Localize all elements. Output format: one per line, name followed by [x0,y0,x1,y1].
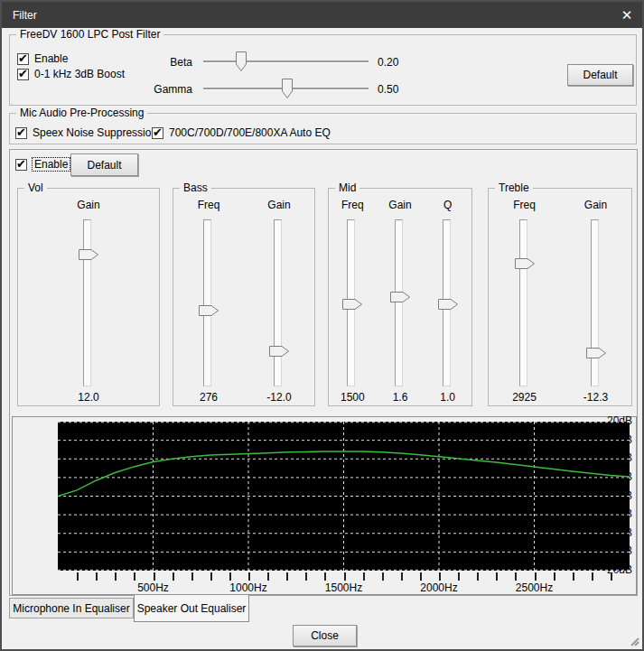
x-minor-tick [458,572,460,581]
checkbox-box[interactable] [152,127,163,139]
slider-thumb[interactable] [199,305,219,316]
mid-gain-slider[interactable] [390,219,410,386]
tab-microphone-in-equaliser[interactable]: Microphone In Equaliser [9,598,134,618]
checkbox-box[interactable] [15,127,27,139]
close-icon[interactable]: ✕ [611,2,642,28]
gamma-value: 0.50 [378,83,398,96]
auto-eq-checkbox[interactable]: 700C/700D/700E/800XA Auto EQ [152,126,331,139]
treble-gain-slider[interactable] [586,219,606,386]
x-minor-tick [496,572,498,581]
x-tick-label: 500Hz [137,581,169,594]
filter-dialog: Filter ✕ FreeDV 1600 LPC Post Filter Ena… [0,0,644,651]
x-minor-tick [344,572,346,581]
boost-checkbox[interactable]: 0-1 kHz 3dB Boost [17,68,125,80]
mid-freq-column: Freq 1500 [330,189,375,405]
x-minor-tick [229,572,231,581]
slider-thumb[interactable] [438,299,458,310]
equaliser-enable-checkbox[interactable]: Enable [15,158,70,171]
slider-thumb[interactable] [342,299,362,310]
x-minor-tick [535,572,537,581]
beta-value: 0.20 [378,56,398,69]
x-tick-label: 2000Hz [420,581,457,594]
x-minor-tick [77,572,79,581]
title-bar[interactable]: Filter ✕ [2,2,642,28]
mid-gain-column: Gain 1.6 [378,189,423,405]
treble-freq-column: Freq 2925 [499,189,551,405]
slider-track[interactable] [274,219,282,386]
bass-freq-slider[interactable] [199,219,219,386]
slider-track[interactable] [83,219,91,386]
x-minor-tick [477,572,479,581]
slider-thumb[interactable] [282,79,293,98]
slider-label: Freq [499,199,551,211]
x-minor-tick [515,572,517,581]
mid-q-slider[interactable] [438,219,458,386]
mid-freq-slider[interactable] [342,219,362,386]
x-minor-tick [154,572,155,581]
slider-track[interactable] [203,60,369,62]
x-minor-tick [363,572,365,581]
checkbox-label: Speex Noise Suppression [33,126,157,139]
slider-track[interactable] [591,219,599,386]
x-minor-tick [554,572,555,581]
gamma-slider[interactable] [203,79,369,100]
slider-track[interactable] [519,219,527,386]
x-tick-label: 2500Hz [516,581,553,594]
checkbox-box[interactable] [15,159,27,171]
checkbox-box[interactable] [17,69,29,80]
slider-thumb[interactable] [236,51,247,71]
mic-preprocessing-group-label: Mic Audio Pre-Processing [16,107,147,119]
checkbox-box[interactable] [17,53,29,65]
x-minor-tick [382,572,384,581]
slider-label: Gain [62,199,115,211]
x-minor-tick [173,572,174,581]
slider-label: Freq [182,199,235,211]
equaliser-default-button[interactable]: Default [70,153,138,176]
speex-noise-suppression-checkbox[interactable]: Speex Noise Suppression [15,126,157,139]
slider-value: -12.3 [570,391,622,404]
treble-gain-column: Gain -12.3 [570,189,622,405]
mid-q-column: Q 1.0 [425,189,471,405]
beta-slider[interactable] [203,51,369,73]
x-minor-tick [134,572,135,581]
x-minor-tick [592,572,593,581]
x-minor-tick [191,572,193,581]
x-tick-label: 1500Hz [325,581,362,594]
slider-label: Gain [570,199,622,211]
slider-thumb[interactable] [390,292,410,302]
frequency-response-plot: 20dB15dB10dB5dB0dB-5dB-10dB-15dB-20dB 50… [12,416,637,595]
window-title: Filter [13,9,37,22]
treble-freq-slider[interactable] [515,219,535,386]
slider-label: Q [425,199,471,211]
bass-group: Bass Freq 276 Gain [173,188,315,406]
checkbox-label: Enable [33,158,70,171]
x-minor-tick [210,572,212,581]
bass-freq-column: Freq 276 [182,189,235,405]
slider-thumb[interactable] [269,346,289,357]
x-minor-tick [573,572,574,581]
mic-preprocessing-group: Mic Audio Pre-Processing Speex Noise Sup… [9,113,637,144]
postfilter-default-button[interactable]: Default [567,64,633,86]
bass-gain-slider[interactable] [269,219,289,386]
slider-track[interactable] [395,219,403,386]
bass-gain-column: Gain -12.0 [253,189,305,405]
vol-gain-column: Gain 12.0 [62,189,115,405]
vol-gain-slider[interactable] [79,219,98,386]
post-filter-group-label: FreeDV 1600 LPC Post Filter [16,28,163,41]
tab-speaker-out-equaliser[interactable]: Speaker Out Equaliser [134,595,249,622]
x-tick-label: 1000Hz [229,581,266,594]
slider-thumb[interactable] [79,249,98,260]
slider-thumb[interactable] [515,258,535,269]
treble-group: Treble Freq 2925 Gain [488,188,632,406]
slider-value: 1.6 [378,391,423,404]
checkbox-label: 0-1 kHz 3dB Boost [34,68,125,80]
resize-grip-icon[interactable] [627,634,639,646]
close-button[interactable]: Close [293,625,357,646]
plot-area [58,422,630,571]
postfilter-enable-checkbox[interactable]: Enable [17,52,68,65]
slider-thumb[interactable] [586,348,606,358]
checkbox-label: Enable [34,52,68,65]
slider-track[interactable] [203,219,211,386]
x-minor-tick [305,572,307,581]
checkbox-label: 700C/700D/700E/800XA Auto EQ [169,126,331,139]
